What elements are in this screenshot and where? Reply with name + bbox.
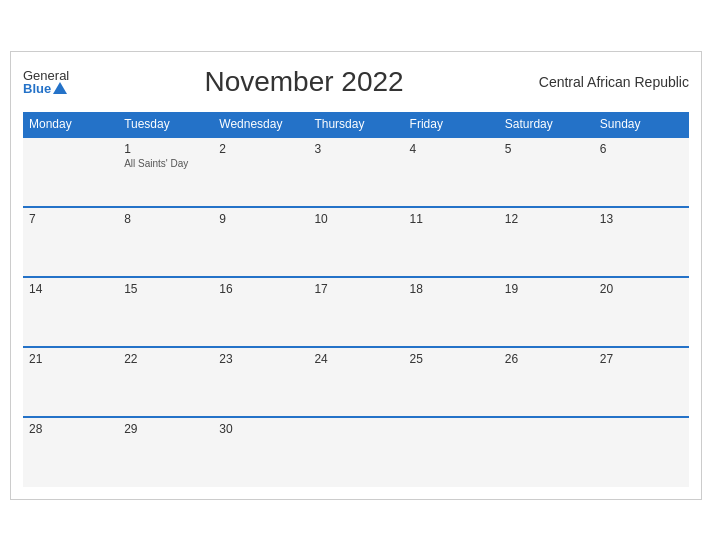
day-number: 16 — [219, 282, 302, 296]
day-number: 27 — [600, 352, 683, 366]
day-number: 24 — [314, 352, 397, 366]
day-number: 10 — [314, 212, 397, 226]
calendar-header: General Blue November 2022 Central Afric… — [23, 62, 689, 102]
day-number: 1 — [124, 142, 207, 156]
day-number: 20 — [600, 282, 683, 296]
day-number: 29 — [124, 422, 207, 436]
calendar-container: General Blue November 2022 Central Afric… — [10, 51, 702, 500]
day-number: 4 — [410, 142, 493, 156]
col-sunday: Sunday — [594, 112, 689, 137]
calendar-cell: 7 — [23, 207, 118, 277]
day-number: 19 — [505, 282, 588, 296]
calendar-cell: 1All Saints' Day — [118, 137, 213, 207]
calendar-cell: 24 — [308, 347, 403, 417]
week-row-2: 78910111213 — [23, 207, 689, 277]
calendar-cell: 16 — [213, 277, 308, 347]
day-number: 18 — [410, 282, 493, 296]
calendar-cell: 25 — [404, 347, 499, 417]
day-number: 30 — [219, 422, 302, 436]
calendar-cell: 26 — [499, 347, 594, 417]
calendar-cell: 5 — [499, 137, 594, 207]
calendar-cell: 11 — [404, 207, 499, 277]
day-number: 22 — [124, 352, 207, 366]
calendar-cell: 3 — [308, 137, 403, 207]
calendar-cell: 30 — [213, 417, 308, 487]
calendar-region: Central African Republic — [539, 74, 689, 90]
calendar-cell: 19 — [499, 277, 594, 347]
col-friday: Friday — [404, 112, 499, 137]
col-saturday: Saturday — [499, 112, 594, 137]
day-number: 14 — [29, 282, 112, 296]
col-tuesday: Tuesday — [118, 112, 213, 137]
calendar-cell: 8 — [118, 207, 213, 277]
logo-blue-text: Blue — [23, 82, 51, 95]
calendar-cell: 4 — [404, 137, 499, 207]
day-number: 2 — [219, 142, 302, 156]
logo-general-text: General — [23, 69, 69, 82]
calendar-cell: 21 — [23, 347, 118, 417]
calendar-grid: Monday Tuesday Wednesday Thursday Friday… — [23, 112, 689, 487]
calendar-cell: 13 — [594, 207, 689, 277]
calendar-cell: 15 — [118, 277, 213, 347]
day-number: 5 — [505, 142, 588, 156]
logo-triangle-icon — [53, 82, 67, 94]
calendar-cell: 14 — [23, 277, 118, 347]
calendar-cell: 18 — [404, 277, 499, 347]
calendar-cell: 28 — [23, 417, 118, 487]
day-number: 25 — [410, 352, 493, 366]
calendar-cell — [499, 417, 594, 487]
calendar-cell — [308, 417, 403, 487]
day-number: 12 — [505, 212, 588, 226]
day-number: 9 — [219, 212, 302, 226]
week-row-4: 21222324252627 — [23, 347, 689, 417]
calendar-cell: 6 — [594, 137, 689, 207]
calendar-cell — [23, 137, 118, 207]
col-monday: Monday — [23, 112, 118, 137]
calendar-cell: 22 — [118, 347, 213, 417]
day-number: 13 — [600, 212, 683, 226]
calendar-cell: 10 — [308, 207, 403, 277]
calendar-cell — [594, 417, 689, 487]
calendar-cell: 9 — [213, 207, 308, 277]
day-number: 26 — [505, 352, 588, 366]
holiday-label: All Saints' Day — [124, 158, 207, 169]
day-number: 7 — [29, 212, 112, 226]
calendar-cell: 23 — [213, 347, 308, 417]
col-thursday: Thursday — [308, 112, 403, 137]
day-number: 28 — [29, 422, 112, 436]
calendar-title: November 2022 — [204, 66, 403, 98]
logo-area: General Blue — [23, 69, 69, 95]
calendar-cell: 17 — [308, 277, 403, 347]
day-number: 6 — [600, 142, 683, 156]
calendar-cell: 20 — [594, 277, 689, 347]
week-row-5: 282930 — [23, 417, 689, 487]
day-number: 3 — [314, 142, 397, 156]
calendar-cell: 27 — [594, 347, 689, 417]
day-number: 21 — [29, 352, 112, 366]
day-number: 23 — [219, 352, 302, 366]
col-wednesday: Wednesday — [213, 112, 308, 137]
calendar-cell: 29 — [118, 417, 213, 487]
day-number: 17 — [314, 282, 397, 296]
calendar-cell — [404, 417, 499, 487]
week-row-1: 1All Saints' Day23456 — [23, 137, 689, 207]
calendar-cell: 12 — [499, 207, 594, 277]
week-row-3: 14151617181920 — [23, 277, 689, 347]
day-number: 11 — [410, 212, 493, 226]
day-number: 15 — [124, 282, 207, 296]
day-header-row: Monday Tuesday Wednesday Thursday Friday… — [23, 112, 689, 137]
day-number: 8 — [124, 212, 207, 226]
calendar-cell: 2 — [213, 137, 308, 207]
